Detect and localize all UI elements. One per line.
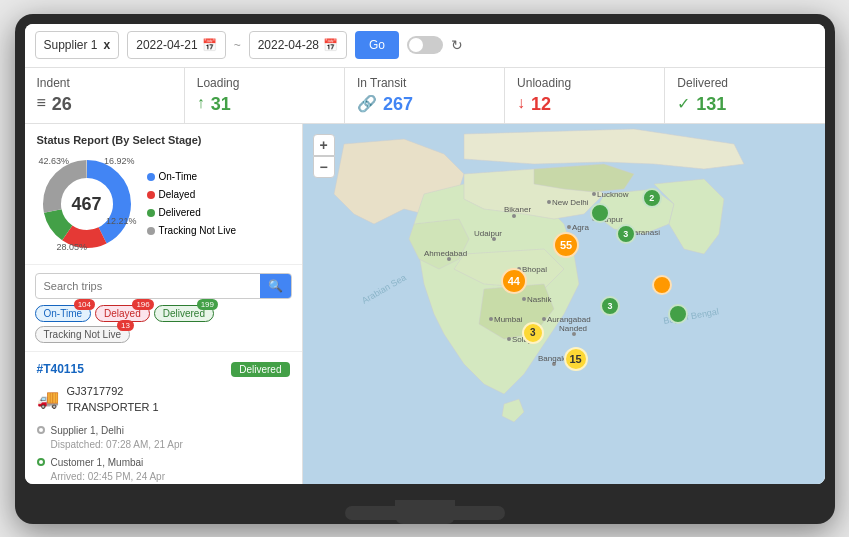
filter-delayed[interactable]: Delayed 196 <box>95 305 150 322</box>
legend-notlive: Tracking Not Live <box>147 222 236 240</box>
origin-text: Supplier 1, Delhi Dispatched: 07:28 AM, … <box>51 424 183 452</box>
calendar-icon: 📅 <box>202 38 217 52</box>
map-cluster-3[interactable] <box>590 203 610 223</box>
supplier-close-icon[interactable]: x <box>104 38 111 52</box>
stat-indent: Indent ≡ 26 <box>25 68 185 123</box>
date-from-value: 2022-04-21 <box>136 38 197 52</box>
ontime-dot <box>147 173 155 181</box>
stat-unloading: Unloading ↓ 12 <box>505 68 665 123</box>
supplier-input[interactable]: Supplier 1 x <box>35 31 120 59</box>
map-background: Arabian Sea Bay of Bengal New Delhi Mumb… <box>303 124 825 484</box>
top-bar: Supplier 1 x 2022-04-21 📅 ~ 2022-04-28 📅… <box>25 24 825 68</box>
svg-point-31 <box>507 337 511 341</box>
monitor: Supplier 1 x 2022-04-21 📅 ~ 2022-04-28 📅… <box>15 14 835 524</box>
delayed-badge: 196 <box>132 299 153 311</box>
toggle-switch[interactable] <box>407 36 443 54</box>
notlive-dot <box>147 227 155 235</box>
svg-point-9 <box>489 317 493 321</box>
donut-total: 467 <box>71 193 101 214</box>
truck-details: GJ3717792 TRANSPORTER 1 <box>67 383 159 416</box>
calendar-icon-2: 📅 <box>323 38 338 52</box>
stat-loading-label: Loading <box>197 76 240 90</box>
svg-text:Lucknow: Lucknow <box>597 190 629 199</box>
route-origin: Supplier 1, Delhi Dispatched: 07:28 AM, … <box>37 424 290 452</box>
pct-mid-right: 12.21% <box>106 216 137 226</box>
dest-text: Customer 1, Mumbai Arrived: 02:45 PM, 24… <box>51 456 166 484</box>
legend-ontime: On-Time <box>147 168 236 186</box>
delayed-dot <box>147 191 155 199</box>
stat-unloading-row: ↓ 12 <box>517 94 551 115</box>
filter-delivered[interactable]: Delivered 199 <box>154 305 214 322</box>
top-stats-row: Indent ≡ 26 Loading ↑ 31 In Transit <box>25 68 825 124</box>
stat-indent-label: Indent <box>37 76 70 90</box>
legend-delivered: Delivered <box>147 204 236 222</box>
map-cluster-2[interactable]: 44 <box>501 268 527 294</box>
map-cluster-7[interactable]: 3 <box>522 322 544 344</box>
donut-container: 467 42.63% 16.92% 12.21% 28.05% On- <box>37 154 290 254</box>
date-to-input[interactable]: 2022-04-28 📅 <box>249 31 347 59</box>
content-row: Status Report (By Select Stage) <box>25 124 825 484</box>
stat-delivered-row: ✓ 131 <box>677 94 726 115</box>
vehicle-number: GJ3717792 <box>67 383 159 400</box>
delivered-label: Delivered <box>159 204 201 222</box>
stat-delivered-label: Delivered <box>677 76 728 90</box>
transporter-name: TRANSPORTER 1 <box>67 399 159 416</box>
map-cluster-4[interactable]: 3 <box>616 224 636 244</box>
loading-icon: ↑ <box>197 94 205 112</box>
search-box[interactable]: 🔍 <box>35 273 292 299</box>
dest-dot <box>37 458 45 466</box>
zoom-in-button[interactable]: + <box>313 134 335 156</box>
donut-chart: 467 42.63% 16.92% 12.21% 28.05% <box>37 154 137 254</box>
trip-card: #T40115 Delivered 🚚 GJ3717792 TRANSPORTE… <box>25 352 302 484</box>
refresh-button[interactable]: ↻ <box>451 37 463 53</box>
search-input[interactable] <box>36 276 260 296</box>
donut-center: 467 <box>71 193 101 214</box>
stat-loading-value: 31 <box>211 94 231 115</box>
pct-top-left: 42.63% <box>39 156 70 166</box>
map-cluster-9[interactable] <box>652 275 672 295</box>
monitor-stand <box>25 484 825 524</box>
zoom-out-button[interactable]: − <box>313 156 335 178</box>
dest-time: Arrived: 02:45 PM, 24 Apr <box>51 470 166 484</box>
route-info: Supplier 1, Delhi Dispatched: 07:28 AM, … <box>37 424 290 484</box>
stat-delivered: Delivered ✓ 131 <box>665 68 824 123</box>
stat-transit-row: 🔗 267 <box>357 94 413 115</box>
map-cluster-10[interactable] <box>668 304 688 324</box>
stat-loading-row: ↑ 31 <box>197 94 231 115</box>
pct-top-right: 16.92% <box>104 156 135 166</box>
stat-unloading-label: Unloading <box>517 76 571 90</box>
date-from-input[interactable]: 2022-04-21 📅 <box>127 31 225 59</box>
svg-text:Mumbai: Mumbai <box>494 315 523 324</box>
map-cluster-8[interactable]: 15 <box>564 347 588 371</box>
screen: Supplier 1 x 2022-04-21 📅 ~ 2022-04-28 📅… <box>25 24 825 484</box>
svg-point-23 <box>512 214 516 218</box>
trip-id[interactable]: #T40115 <box>37 362 84 376</box>
truck-icon: 🚚 <box>37 388 59 410</box>
svg-point-27 <box>592 192 596 196</box>
unloading-icon: ↓ <box>517 94 525 112</box>
truck-info: 🚚 GJ3717792 TRANSPORTER 1 <box>37 383 290 416</box>
svg-point-7 <box>547 200 551 204</box>
filter-tags: On-Time 104 Delayed 196 Delivered 199 <box>35 305 292 343</box>
svg-text:Nashik: Nashik <box>527 295 552 304</box>
pct-bottom: 28.05% <box>57 242 88 252</box>
map-cluster-1[interactable]: 55 <box>553 232 579 258</box>
stat-indent-value: 26 <box>52 94 72 115</box>
stat-loading: Loading ↑ 31 <box>185 68 345 123</box>
content-area: Indent ≡ 26 Loading ↑ 31 In Transit <box>25 68 825 484</box>
delivered-icon: ✓ <box>677 94 690 113</box>
svg-text:New Delhi: New Delhi <box>552 198 589 207</box>
filter-ontime[interactable]: On-Time 104 <box>35 305 92 322</box>
trip-status-badge: Delivered <box>231 362 289 377</box>
ontime-badge: 104 <box>74 299 95 311</box>
stat-indent-row: ≡ 26 <box>37 94 72 115</box>
stat-in-transit: In Transit 🔗 267 <box>345 68 505 123</box>
svg-text:Aurangabad: Aurangabad <box>547 315 591 324</box>
search-button[interactable]: 🔍 <box>260 274 291 298</box>
stat-transit-value: 267 <box>383 94 413 115</box>
filter-notlive[interactable]: Tracking Not Live 13 <box>35 326 130 343</box>
map-cluster-5[interactable]: 2 <box>642 188 662 208</box>
go-button[interactable]: Go <box>355 31 399 59</box>
svg-text:Bikaner: Bikaner <box>504 205 531 214</box>
map-controls: + − <box>313 134 335 178</box>
